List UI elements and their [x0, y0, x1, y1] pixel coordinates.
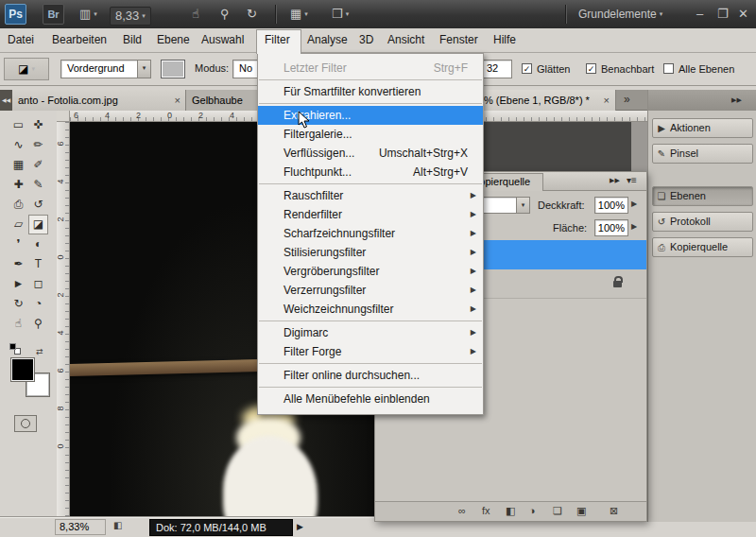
menu-filter[interactable]: Filter — [265, 28, 290, 52]
blur-tool[interactable]: ❜ — [9, 234, 28, 254]
default-colors-icon[interactable] — [9, 343, 22, 355]
close-tab-icon[interactable]: × — [604, 90, 610, 111]
menu-bearbeiten[interactable]: Bearbeiten — [52, 28, 107, 52]
menu-item-alle-menuebefehle-einblenden[interactable]: Alle Menübefehle einblenden — [258, 390, 483, 408]
vertical-ruler[interactable]: 6 4 2 0 2 4 6 8 0 — [57, 122, 70, 516]
tab-overflow-icon[interactable]: » — [624, 93, 630, 106]
menu-item-scharfzeichnungsfilter[interactable]: Scharfzeichnungsfilter▶ — [258, 224, 483, 243]
menu-analyse[interactable]: Analyse — [307, 28, 348, 52]
3d-rotate-tool[interactable]: ↻ — [9, 294, 28, 314]
layer-effects-icon[interactable]: fx — [482, 505, 490, 516]
bridge-button[interactable]: Br — [43, 4, 64, 25]
quick-selection-tool[interactable]: ✏ — [28, 135, 48, 155]
fill-input[interactable]: 100% — [594, 219, 628, 236]
hand-tool-icon[interactable]: ☝ — [192, 7, 199, 22]
zoom-level-control[interactable]: 8,33▾ — [110, 7, 151, 26]
benachbart-checkbox[interactable]: ✓ — [586, 63, 596, 74]
eyedropper-tool[interactable]: ✐ — [28, 155, 48, 175]
new-layer-icon[interactable]: ▣ — [576, 505, 586, 517]
shape-tool[interactable]: ◻ — [28, 274, 48, 294]
rotate-view-icon[interactable]: ↻ — [247, 7, 257, 22]
panel-menu-icon[interactable]: ▾≡ — [627, 175, 637, 185]
menu-item-stilisierungsfilter[interactable]: Stilisierungsfilter▶ — [258, 243, 483, 262]
menu-item-filtergalerie[interactable]: Filtergalerie... — [258, 125, 483, 144]
menu-item-fluchtpunkt[interactable]: Fluchtpunkt...Alt+Strg+V — [258, 163, 483, 182]
history-brush-tool[interactable]: ↺ — [28, 195, 48, 215]
menu-ansicht[interactable]: Ansicht — [387, 28, 424, 52]
menu-ebene[interactable]: Ebene — [157, 28, 190, 52]
link-layers-icon[interactable]: ∞ — [458, 505, 466, 516]
path-selection-tool[interactable]: ► — [9, 274, 28, 294]
menu-item-letzter-filter[interactable]: Letzter FilterStrg+F — [258, 59, 483, 78]
adjustment-layer-icon[interactable]: ◑ — [529, 505, 536, 516]
layer-group-icon[interactable]: ❏ — [553, 505, 562, 517]
healing-brush-tool[interactable]: ✚ — [9, 175, 28, 195]
layer-mask-icon[interactable]: ◧ — [506, 505, 515, 517]
menu-item-filter-online-durchsuchen[interactable]: Filter online durchsuchen... — [258, 366, 483, 385]
screen-mode-button[interactable]: ❒▾ — [332, 7, 349, 22]
dock-button-kopierquelle[interactable]: ⎙Kopierquelle — [652, 237, 753, 257]
paint-bucket-tool[interactable]: ◪ — [28, 215, 48, 234]
fill-color-swatch[interactable] — [161, 60, 185, 78]
brush-tool[interactable]: ✎ — [28, 175, 48, 195]
opacity-spinner-icon[interactable]: ▶ — [631, 199, 637, 208]
menu-3d[interactable]: 3D — [359, 28, 373, 52]
3d-orbit-tool[interactable]: ◔ — [28, 294, 48, 314]
menu-item-verfluessigen[interactable]: Verflüssigen...Umschalt+Strg+X — [258, 144, 483, 163]
move-tool[interactable]: ✜ — [28, 115, 48, 135]
eraser-tool[interactable]: ▱ — [9, 215, 28, 234]
close-button[interactable]: ✕ — [738, 7, 748, 22]
type-tool[interactable]: T — [28, 254, 48, 274]
zoom-tool-icon[interactable]: ⚲ — [220, 7, 230, 22]
restore-button[interactable]: ❐ — [717, 7, 729, 22]
rectangular-marquee-tool[interactable]: ▭ — [9, 115, 28, 135]
close-tab-icon[interactable]: × — [175, 90, 180, 111]
swap-colors-icon[interactable]: ⇄ — [36, 347, 43, 356]
glaetten-checkbox[interactable]: ✓ — [522, 63, 532, 74]
dock-button-pinsel[interactable]: ✎Pinsel — [652, 144, 753, 164]
fill-source-select[interactable]: Vordergrund▾ — [60, 60, 151, 78]
quick-mask-button[interactable] — [14, 415, 37, 432]
chevron-down-icon[interactable]: ▾ — [516, 198, 529, 213]
menu-fenster[interactable]: Fenster — [439, 28, 478, 52]
view-extras-button[interactable]: ▥▾ — [79, 7, 97, 22]
alle-ebenen-checkbox[interactable] — [663, 63, 674, 74]
clone-stamp-tool[interactable]: ⎙ — [9, 195, 28, 215]
zoom-tool[interactable]: ⚲ — [28, 314, 48, 334]
expand-dock-icon[interactable]: ▶▶ — [731, 96, 742, 104]
arrange-documents-button[interactable]: ▦▾ — [290, 7, 308, 22]
menu-auswahl[interactable]: Auswahl — [201, 28, 244, 52]
menu-item-weichzeichnungsfilter[interactable]: Weichzeichnungsfilter▶ — [258, 300, 483, 319]
dock-button-aktionen[interactable]: ▶Aktionen — [652, 118, 753, 138]
dock-button-ebenen[interactable]: ❏Ebenen — [652, 186, 753, 206]
menu-item-extrahieren[interactable]: Extrahieren... — [258, 106, 483, 125]
pen-tool[interactable]: ✒ — [9, 254, 28, 274]
lasso-tool[interactable]: ∿ — [9, 135, 28, 155]
menu-item-rauschfilter[interactable]: Rauschfilter▶ — [258, 186, 483, 205]
menu-bild[interactable]: Bild — [123, 28, 142, 52]
status-flyout-arrow-icon[interactable]: ▶ — [297, 522, 303, 531]
menu-item-fuer-smartfilter-konvertieren[interactable]: Für Smartfilter konvertieren — [258, 82, 483, 101]
opacity-input[interactable]: 100% — [594, 197, 628, 214]
workspace-switcher[interactable]: Grundelemente▾ — [578, 7, 662, 22]
zoom-percentage-field[interactable]: 8,33% — [55, 519, 106, 535]
chevron-down-icon[interactable]: ▾ — [137, 61, 150, 78]
menu-item-verzerrungsfilter[interactable]: Verzerrungsfilter▶ — [258, 281, 483, 300]
tools-collapse-button[interactable]: ◀◀ — [0, 90, 12, 111]
foreground-color-swatch[interactable] — [11, 358, 34, 381]
delete-layer-icon[interactable]: ⊠ — [610, 505, 618, 517]
dock-button-protokoll[interactable]: ↺Protokoll — [652, 212, 753, 232]
menu-item-digimarc[interactable]: Digimarc▶ — [258, 323, 483, 342]
menu-item-filter-forge[interactable]: Filter Forge▶ — [258, 342, 483, 361]
menu-item-renderfilter[interactable]: Renderfilter▶ — [258, 205, 483, 224]
fill-spinner-icon[interactable]: ▶ — [631, 222, 637, 231]
dodge-tool[interactable]: ◐ — [28, 234, 48, 254]
tool-preset-picker[interactable]: ◪▾ — [4, 58, 49, 80]
document-tab-1[interactable]: anto - Fotolia.com.jpg× — [12, 90, 186, 111]
menu-datei[interactable]: Datei — [8, 28, 34, 52]
hand-tool[interactable]: ☝ — [9, 314, 28, 334]
crop-tool[interactable]: ▦ — [9, 155, 28, 175]
menu-hilfe[interactable]: Hilfe — [493, 28, 516, 52]
minimize-button[interactable]: – — [696, 7, 703, 22]
collapse-panel-icon[interactable]: ▶▶ — [610, 177, 620, 184]
